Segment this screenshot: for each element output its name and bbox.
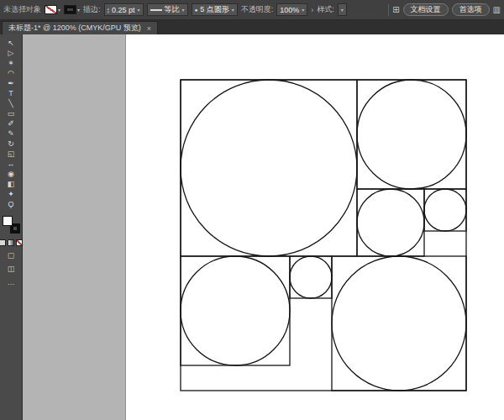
gradient-button[interactable]	[8, 239, 14, 246]
chevron-down-icon[interactable]: ▾	[77, 8, 80, 13]
opacity-label: 不透明度:	[241, 4, 274, 15]
chevron-down-icon[interactable]: ▾	[138, 8, 140, 13]
opacity-value[interactable]: 100%	[280, 6, 299, 14]
chevron-down-icon[interactable]: ▾	[341, 8, 344, 13]
chevron-down-icon[interactable]: ▾	[302, 8, 304, 13]
document-tab-title: 未标题-1* @ 1200% (CMYK/GPU 预览)	[8, 23, 141, 34]
more-tools-icon[interactable]: …	[8, 278, 15, 286]
inscribed-circle-0[interactable]	[181, 80, 357, 256]
width-profile-value: 等比	[165, 4, 180, 15]
brush-preview-icon: ●	[195, 8, 198, 13]
fill-indicator[interactable]	[3, 216, 13, 226]
eyedropper-tool[interactable]: ✦	[3, 189, 19, 199]
inscribed-circle-4[interactable]	[181, 256, 290, 365]
pen-tool[interactable]: ✒	[3, 78, 19, 88]
fibonacci-square-6[interactable]	[332, 256, 466, 391]
line-segment-tool[interactable]: ╲	[3, 98, 19, 108]
brush-value: 5 点圆形	[200, 4, 229, 15]
fibonacci-square-4[interactable]	[181, 256, 290, 365]
artwork-svg[interactable]	[126, 34, 504, 420]
scale-tool[interactable]: ◱	[3, 149, 19, 159]
gradient-tool[interactable]: ◧	[3, 179, 19, 189]
opacity-options-chevron-icon[interactable]: ›	[311, 6, 313, 14]
document-tab[interactable]: 未标题-1* @ 1200% (CMYK/GPU 预览) ×	[2, 21, 158, 34]
inscribed-circle-2[interactable]	[357, 189, 424, 256]
direct-selection-tool[interactable]: ▷	[3, 48, 19, 58]
document-setup-button[interactable]: 文档设置	[403, 3, 449, 16]
stroke-color-control[interactable]: ▾	[64, 5, 80, 14]
selection-tool[interactable]: ↖	[3, 38, 19, 48]
stroke-weight-field[interactable]: ▴▾ 0.25 pt ▾	[104, 3, 144, 16]
chevron-down-icon[interactable]: ▾	[182, 8, 185, 13]
inscribed-circle-5[interactable]	[290, 256, 332, 298]
fill-stroke-indicator[interactable]	[3, 216, 20, 234]
separator	[388, 4, 389, 16]
preferences-button[interactable]: 首选项	[452, 3, 490, 16]
fill-color-control[interactable]: ▾	[45, 5, 60, 14]
pencil-tool[interactable]: ✎	[3, 129, 19, 139]
width-profile-dropdown[interactable]: 等比 ▾	[147, 3, 188, 16]
artboard[interactable]	[126, 34, 504, 420]
type-tool[interactable]: T	[3, 88, 19, 98]
style-dropdown[interactable]: ▾	[338, 3, 347, 16]
align-icon[interactable]: ⊞	[392, 5, 399, 14]
paintbrush-tool[interactable]: ✐	[3, 118, 19, 129]
fill-color-swatch[interactable]	[45, 5, 57, 14]
zoom-tool[interactable]: Ϙ	[3, 199, 19, 209]
color-type-buttons	[0, 239, 23, 246]
arrange-documents-icon[interactable]: ▥	[493, 5, 501, 14]
opacity-field[interactable]: 100% ▾	[276, 3, 307, 16]
tab-close-icon[interactable]: ×	[147, 24, 151, 33]
stroke-label: 描边:	[83, 4, 101, 15]
stepper-arrows-icon[interactable]: ▴▾	[108, 7, 110, 13]
magic-wand-tool[interactable]: ✶	[3, 58, 19, 68]
document-tab-bar: 未标题-1* @ 1200% (CMYK/GPU 预览) ×	[0, 20, 504, 34]
shape-builder-tool[interactable]: ◉	[3, 169, 19, 179]
screen-mode-icon[interactable]: ◫	[8, 265, 15, 273]
lasso-tool[interactable]: ◠	[3, 68, 19, 78]
control-bar: 未选择对象 ▾ ▾ 描边: ▴▾ 0.25 pt ▾ 等比 ▾ ● 5 点圆形 …	[0, 0, 504, 20]
chevron-down-icon[interactable]: ▾	[58, 8, 60, 13]
draw-mode-icon[interactable]: ▢	[8, 251, 15, 260]
stroke-color-swatch[interactable]	[64, 5, 76, 14]
width-profile-preview-icon	[150, 9, 162, 11]
canvas[interactable]	[23, 34, 504, 420]
chevron-down-icon[interactable]: ▾	[232, 8, 234, 13]
outer-rect[interactable]	[181, 80, 466, 391]
rotate-tool[interactable]: ↻	[3, 139, 19, 149]
tool-list: ↖▷✶◠✒T╲▭✐✎↻◱↔◉◧✦Ϙ	[3, 38, 19, 209]
width-tool[interactable]: ↔	[3, 159, 19, 169]
control-bar-right-group: ⊞ 文档设置 首选项 ▥	[388, 3, 501, 16]
inscribed-circle-1[interactable]	[357, 80, 466, 189]
fibonacci-square-1[interactable]	[357, 80, 466, 189]
tools-panel: ↖▷✶◠✒T╲▭✐✎↻◱↔◉◧✦Ϙ ▢ ◫ …	[0, 34, 23, 420]
selection-status: 未选择对象	[3, 4, 41, 15]
style-label: 样式:	[317, 4, 334, 15]
inscribed-circle-3[interactable]	[424, 189, 466, 231]
stroke-weight-value[interactable]: 0.25 pt	[112, 6, 135, 14]
fibonacci-square-0[interactable]	[181, 80, 357, 256]
inscribed-circle-6[interactable]	[332, 256, 466, 391]
none-button[interactable]	[16, 239, 23, 246]
color-button[interactable]	[0, 239, 6, 246]
rectangle-tool[interactable]: ▭	[3, 108, 19, 118]
brush-definition-dropdown[interactable]: ● 5 点圆形 ▾	[192, 3, 238, 16]
